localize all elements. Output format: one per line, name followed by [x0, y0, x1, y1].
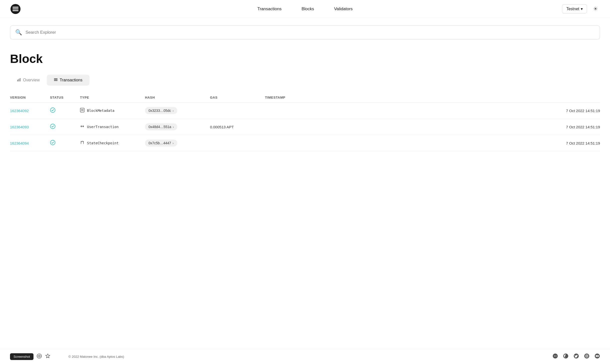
twitter-icon[interactable]: [574, 353, 579, 360]
github-icon[interactable]: [563, 353, 568, 360]
svg-rect-3: [12, 10, 18, 11]
cell-status-1: [50, 124, 80, 130]
page-content: Block Overview Transactions: [0, 44, 610, 159]
svg-point-10: [50, 108, 55, 112]
page-title: Block: [10, 52, 600, 66]
hash-badge-0[interactable]: 0x3233…05dc ›: [145, 107, 177, 114]
state-checkpoint-icon: [80, 140, 84, 146]
footer-left: Screenshot © 2022 Matonee Inc. (dba Apto…: [10, 353, 124, 360]
footer-nav-icon-1: [36, 353, 42, 360]
cell-version-1: 162364093: [10, 125, 50, 129]
svg-rect-7: [54, 78, 58, 79]
col-type: TYPE: [80, 96, 145, 99]
header-right: Testnet ▾ ☀: [562, 4, 600, 13]
tab-overview[interactable]: Overview: [10, 75, 47, 86]
list-icon: [54, 78, 58, 83]
nav-validators[interactable]: Validators: [334, 6, 352, 11]
hash-arrow-icon-0: ›: [172, 109, 174, 113]
network-label: Testnet: [566, 7, 579, 11]
hash-arrow-icon-2: ›: [172, 141, 174, 145]
block-metadata-icon: [80, 108, 84, 113]
discord-icon[interactable]: [552, 353, 558, 360]
cell-type-0: BlockMetadata: [80, 108, 145, 113]
cell-hash-2: 0x7c5b…4447 ›: [145, 140, 210, 147]
version-link-1[interactable]: 162364093: [10, 125, 29, 129]
cell-version-0: 162364092: [10, 109, 50, 113]
network-selector[interactable]: Testnet ▾: [562, 4, 587, 13]
nav-blocks[interactable]: Blocks: [302, 6, 314, 11]
footer-nav-icon-2: [45, 353, 50, 360]
cell-gas-1: 0.000513 APT: [210, 125, 265, 129]
svg-rect-1: [12, 7, 18, 8]
success-icon-0: [50, 107, 56, 114]
tab-transactions-label: Transactions: [60, 78, 82, 82]
cell-type-1: UserTransaction: [80, 124, 145, 130]
footer-copyright: © 2022 Matonee Inc. (dba Aptos Labs): [68, 355, 124, 359]
chevron-down-icon: ▾: [581, 6, 583, 11]
user-transaction-icon: [80, 124, 84, 130]
cell-type-2: StateCheckpoint: [80, 140, 145, 146]
cell-status-2: [50, 140, 80, 147]
footer-social-icons: [552, 353, 600, 360]
nav-transactions[interactable]: Transactions: [257, 6, 282, 11]
svg-rect-9: [54, 80, 58, 81]
screenshot-label: Screenshot: [10, 353, 34, 360]
svg-rect-8: [54, 79, 58, 80]
svg-point-18: [553, 354, 558, 359]
hash-text-0: 0x3233…05dc: [148, 109, 171, 113]
cell-hash-0: 0x3233…05dc ›: [145, 107, 210, 114]
svg-rect-2: [12, 8, 18, 9]
svg-point-14: [50, 124, 55, 129]
success-icon-2: [50, 140, 56, 147]
col-gas: GAS: [210, 96, 265, 99]
cell-timestamp-2: 7 Oct 2022 14:51:19: [265, 141, 600, 145]
svg-point-19: [554, 356, 555, 357]
theme-toggle[interactable]: ☀: [591, 4, 600, 13]
svg-rect-4: [17, 80, 18, 81]
hash-badge-2[interactable]: 0x7c5b…4447 ›: [145, 140, 177, 147]
svg-point-23: [584, 354, 589, 359]
svg-point-20: [556, 356, 556, 357]
hash-text-1: 0x48d4…551a: [148, 125, 171, 129]
instagram-icon[interactable]: [584, 353, 590, 360]
sun-icon: ☀: [593, 6, 598, 12]
col-hash: HASH: [145, 96, 210, 99]
hash-arrow-icon-1: ›: [173, 125, 174, 129]
svg-rect-11: [80, 108, 84, 112]
type-label-0: BlockMetadata: [87, 109, 114, 113]
tab-transactions[interactable]: Transactions: [47, 75, 90, 86]
svg-point-15: [50, 140, 55, 145]
svg-rect-13: [81, 110, 84, 111]
hash-text-2: 0x7c5b…4447: [148, 141, 171, 145]
col-timestamp: TIMESTAMP: [265, 96, 600, 99]
version-link-2[interactable]: 162364094: [10, 141, 29, 145]
table-row: 162364093 UserTransaction: [10, 119, 600, 135]
hash-badge-1[interactable]: 0x48d4…551a ›: [145, 123, 177, 130]
footer: Screenshot © 2022 Matonee Inc. (dba Apto…: [0, 349, 610, 364]
version-link-0[interactable]: 162364092: [10, 109, 29, 113]
main-nav: Transactions Blocks Validators: [257, 6, 352, 11]
cell-hash-1: 0x48d4…551a ›: [145, 123, 210, 130]
col-version: VERSION: [10, 96, 50, 99]
type-label-1: UserTransaction: [87, 125, 118, 129]
youtube-icon[interactable]: [594, 353, 600, 360]
col-status: STATUS: [50, 96, 80, 99]
svg-rect-5: [18, 79, 19, 81]
tabs: Overview Transactions: [10, 75, 600, 86]
search-input[interactable]: [26, 30, 595, 35]
header: Transactions Blocks Validators Testnet ▾…: [0, 0, 610, 18]
table-row: 162364092 BlockMeta: [10, 103, 600, 119]
svg-rect-12: [81, 109, 84, 110]
search-icon: 🔍: [15, 29, 22, 36]
table-row: 162364094 StateCheckpoint: [10, 135, 600, 151]
tab-overview-label: Overview: [23, 78, 40, 82]
svg-rect-6: [20, 78, 20, 81]
transactions-table: VERSION STATUS TYPE HASH GAS TIMESTAMP 1…: [10, 93, 600, 151]
search-section: 🔍: [0, 18, 610, 44]
search-bar: 🔍: [10, 25, 600, 39]
cell-version-2: 162364094: [10, 141, 50, 145]
type-label-2: StateCheckpoint: [87, 141, 118, 145]
logo[interactable]: [10, 3, 21, 14]
bar-chart-icon: [17, 78, 21, 83]
svg-point-26: [588, 355, 588, 355]
